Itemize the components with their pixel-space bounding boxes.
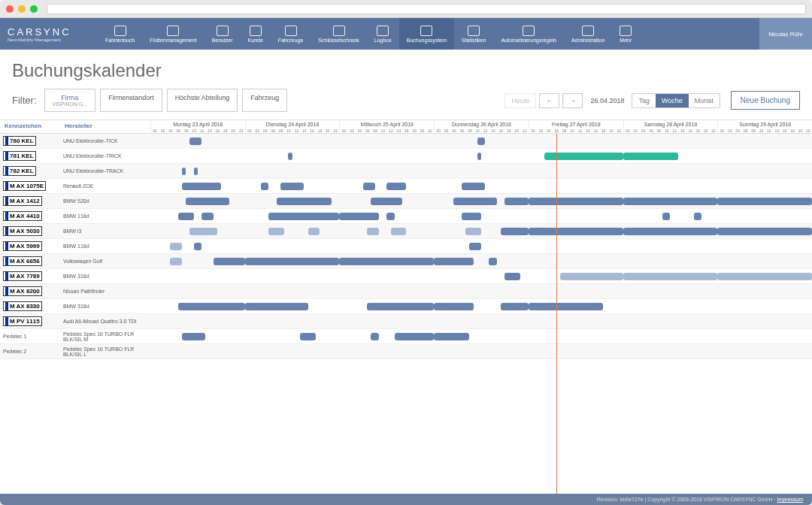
booking-bar[interactable] <box>245 258 340 265</box>
today-button[interactable]: Heute <box>504 93 536 108</box>
filter-firmenstandort[interactable]: Firmenstandort <box>100 89 162 112</box>
booking-bar[interactable] <box>386 183 406 190</box>
booking-bar[interactable] <box>288 153 292 160</box>
nav-mehr[interactable]: Mehr <box>612 18 639 50</box>
booking-bar[interactable] <box>434 258 473 265</box>
vehicle-row[interactable]: M AX 1075ERenault ZOE <box>0 179 812 194</box>
booking-bar[interactable] <box>462 213 481 220</box>
vehicle-row[interactable]: Pedelec 1Pedelec Spec 16 TURBO FLR BLK/S… <box>0 329 812 344</box>
filter-fahrzeug[interactable]: Fahrzeug <box>242 89 287 112</box>
impressum-link[interactable]: Impressum <box>777 497 803 502</box>
filter-firma[interactable]: FirmaVISPIRON G... <box>44 89 96 112</box>
booking-bar[interactable] <box>189 138 201 145</box>
booking-bar[interactable] <box>182 168 186 175</box>
filter-höchste abteilung[interactable]: Höchste Abteilung <box>167 89 238 112</box>
vehicle-row[interactable]: 782 KELUNU Elektroroller-TRACK <box>0 164 812 179</box>
vehicle-row[interactable]: 780 KELUNU Elektroroller-TICK <box>0 134 812 149</box>
booking-bar[interactable] <box>194 168 198 175</box>
nav-schlüsselschrank[interactable]: Schlüsselschrank <box>311 18 366 50</box>
booking-bar[interactable] <box>170 258 182 265</box>
booking-bar[interactable] <box>367 228 379 235</box>
nav-logbox[interactable]: Logbox <box>367 18 399 50</box>
col-kennzeichen[interactable]: Kennzeichen <box>0 120 60 133</box>
minimize-icon[interactable] <box>18 5 26 13</box>
vehicle-row[interactable]: M AX 7789BMW 318d <box>0 269 812 284</box>
vehicle-row[interactable]: M PV 1115Audi A6 Allroad Quattro 3.0 TDI <box>0 314 812 329</box>
booking-bar[interactable] <box>339 258 434 265</box>
booking-bar[interactable] <box>504 198 528 205</box>
booking-bar[interactable] <box>477 153 481 160</box>
booking-bar[interactable] <box>560 273 623 280</box>
nav-fahrzeuge[interactable]: Fahrzeuge <box>271 18 311 50</box>
booking-bar[interactable] <box>371 333 378 340</box>
nav-kunde[interactable]: Kunde <box>241 18 271 50</box>
booking-bar[interactable] <box>694 213 701 220</box>
booking-bar[interactable] <box>182 183 221 190</box>
col-hersteller[interactable]: Hersteller <box>60 120 150 133</box>
vehicle-row[interactable]: M AX 5999BMW 118d <box>0 239 812 254</box>
booking-bar[interactable] <box>268 213 339 220</box>
booking-bar[interactable] <box>363 183 375 190</box>
view-monat[interactable]: Monat <box>689 94 720 107</box>
new-booking-button[interactable]: Neue Buchung <box>731 91 800 110</box>
vehicle-row[interactable]: M AX 8330BMW 318d <box>0 299 812 314</box>
prev-button[interactable]: ← <box>539 93 559 108</box>
vehicle-row[interactable]: M AX 5030BMW i3 <box>0 224 812 239</box>
view-woche[interactable]: Woche <box>656 94 689 107</box>
nav-flottenmanagement[interactable]: Flottenmanagement <box>142 18 204 50</box>
close-icon[interactable] <box>6 5 14 13</box>
booking-bar[interactable] <box>453 198 497 205</box>
booking-bar[interactable] <box>717 198 812 205</box>
booking-bar[interactable] <box>308 228 320 235</box>
booking-bar[interactable] <box>623 273 718 280</box>
booking-bar[interactable] <box>277 198 332 205</box>
booking-bar[interactable] <box>186 198 229 205</box>
booking-bar[interactable] <box>469 243 481 250</box>
booking-bar[interactable] <box>489 258 496 265</box>
booking-bar[interactable] <box>268 228 284 235</box>
booking-bar[interactable] <box>501 303 529 310</box>
next-button[interactable]: → <box>562 93 583 108</box>
nav-statistiken[interactable]: Statistiken <box>454 18 493 50</box>
booking-bar[interactable] <box>717 273 812 280</box>
booking-bar[interactable] <box>386 213 394 220</box>
booking-bar[interactable] <box>395 333 434 340</box>
booking-bar[interactable] <box>371 198 402 205</box>
booking-bar[interactable] <box>280 183 304 190</box>
booking-bar[interactable] <box>662 213 670 220</box>
booking-bar[interactable] <box>623 198 718 205</box>
booking-bar[interactable] <box>339 213 378 220</box>
booking-bar[interactable] <box>300 333 316 340</box>
booking-bar[interactable] <box>170 243 182 250</box>
vehicle-row[interactable]: M AX 1412BMW 520d <box>0 194 812 209</box>
calendar-body[interactable]: 780 KELUNU Elektroroller-TICK781 KELUNU … <box>0 134 812 494</box>
booking-bar[interactable] <box>501 228 529 235</box>
booking-bar[interactable] <box>194 243 201 250</box>
booking-bar[interactable] <box>434 303 473 310</box>
user-menu[interactable]: Nicolas Rühr <box>759 18 812 50</box>
vehicle-row[interactable]: M AX 8200Nissan Pathfinder <box>0 284 812 299</box>
booking-bar[interactable] <box>367 303 434 310</box>
url-bar[interactable] <box>47 4 806 14</box>
booking-bar[interactable] <box>529 198 623 205</box>
booking-bar[interactable] <box>201 213 214 220</box>
booking-bar[interactable] <box>245 303 308 310</box>
booking-bar[interactable] <box>261 183 268 190</box>
nav-automatisierungsregeln[interactable]: Automatisierungsregeln <box>493 18 564 50</box>
booking-bar[interactable] <box>214 258 245 265</box>
booking-bar[interactable] <box>717 228 812 235</box>
booking-bar[interactable] <box>178 213 194 220</box>
nav-administration[interactable]: Administration <box>564 18 612 50</box>
booking-bar[interactable] <box>529 228 623 235</box>
view-tag[interactable]: Tag <box>632 94 656 107</box>
booking-bar[interactable] <box>182 333 205 340</box>
booking-bar[interactable] <box>529 303 604 310</box>
booking-bar[interactable] <box>477 138 485 145</box>
nav-fahrtenbuch[interactable]: Fahrtenbuch <box>98 18 142 50</box>
booking-bar[interactable] <box>623 228 718 235</box>
vehicle-row[interactable]: M AX 6656Volkswagen Golf <box>0 254 812 269</box>
vehicle-row[interactable]: Pedelec 2Pedelec Spec 16 TURBO FLR BLK/S… <box>0 344 812 359</box>
booking-bar[interactable] <box>178 303 245 310</box>
booking-bar[interactable] <box>462 183 485 190</box>
booking-bar[interactable] <box>391 228 407 235</box>
